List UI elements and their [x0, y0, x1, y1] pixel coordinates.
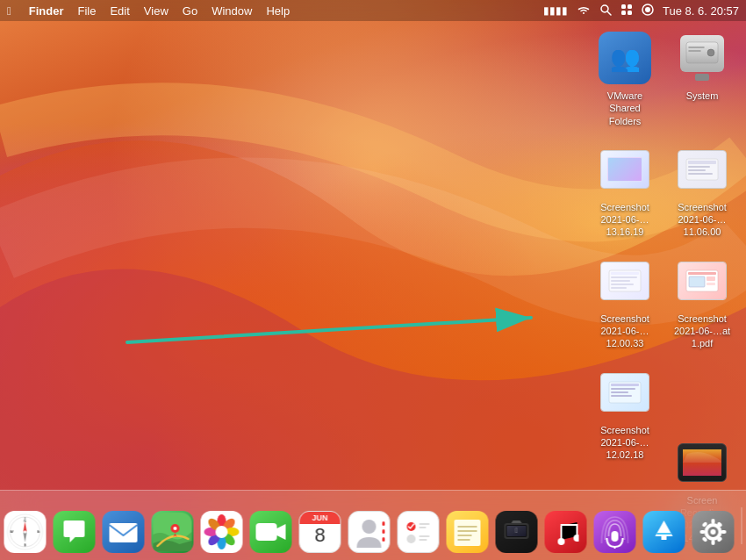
screenshot-4-pdf-icon[interactable]: Screenshot2021-06-…at 1.pdf — [667, 249, 737, 354]
screenshot-1-graphic — [600, 150, 649, 189]
dock-music[interactable] — [543, 509, 589, 555]
dock-calendar[interactable]: JUN 8 — [298, 509, 343, 555]
desktop-icons-row-2: Screenshot2021-06-…13.16.19 — [590, 138, 737, 242]
svg-rect-3 — [628, 4, 632, 9]
appstore-icon — [643, 511, 685, 553]
svg-rect-84 — [383, 529, 385, 534]
dock-mail[interactable] — [101, 509, 147, 555]
svg-rect-107 — [612, 531, 619, 542]
screenshot-3-preview — [601, 262, 649, 299]
screenshot-2-graphic — [678, 150, 727, 189]
dock-safari[interactable]: N S E W — [3, 509, 48, 555]
photos-icon — [201, 511, 243, 553]
dock-appstore[interactable] — [642, 509, 687, 555]
svg-line-1 — [608, 11, 612, 15]
svg-rect-26 — [707, 276, 715, 281]
calendar-day: 8 — [314, 526, 325, 545]
svg-rect-83 — [383, 521, 385, 526]
screenshot-4-graphic — [678, 262, 727, 300]
svg-rect-20 — [611, 280, 630, 282]
menubar-edit[interactable]: Edit — [110, 4, 129, 18]
vmware-icon-graphic — [599, 32, 651, 84]
dock-sysprefs[interactable] — [691, 509, 736, 555]
hd-icon-graphic — [676, 32, 728, 84]
screenshot-4-label: Screenshot2021-06-…at 1.pdf — [671, 312, 734, 350]
svg-rect-21 — [611, 284, 634, 285]
reminders-icon — [398, 511, 440, 553]
svg-rect-22 — [611, 287, 627, 289]
screenshot-4-preview — [678, 262, 726, 299]
maps-icon — [152, 511, 194, 553]
svg-rect-25 — [689, 276, 705, 287]
menubar:  Finder File Edit View Go Window Help ▮… — [0, 0, 746, 21]
menubar-right: ▮▮▮▮ Tue 8. 6. 20:57 — [543, 4, 739, 18]
system-hd-icon[interactable]: System — [667, 26, 737, 131]
svg-rect-14 — [688, 166, 710, 168]
screenshot-3-icon[interactable]: Screenshot2021-06-…12.00.33 — [590, 249, 660, 354]
screenshot-2-icon[interactable]: Screenshot2021-06-…11.06.00 — [667, 138, 737, 242]
screenshot-2-label: Screenshot2021-06-…11.06.00 — [671, 201, 734, 239]
svg-rect-102 — [561, 524, 577, 526]
svg-rect-29 — [611, 384, 639, 386]
dock-photos[interactable] — [199, 509, 245, 555]
screenshot-5-graphic — [600, 373, 649, 412]
recording-screen-display — [683, 449, 721, 476]
menubar-window[interactable]: Window — [212, 4, 252, 18]
calendar-icon: JUN 8 — [299, 511, 341, 553]
menubar-clock: Tue 8. 6. 20:57 — [663, 4, 739, 18]
svg-text:S: S — [24, 542, 26, 547]
desktop-icons-row-1: VMware Shared Folders — [590, 26, 737, 131]
messages-icon — [54, 511, 96, 553]
svg-rect-114 — [700, 530, 706, 534]
svg-rect-80 — [256, 523, 277, 541]
dock-notes[interactable] — [445, 509, 491, 555]
svg-rect-13 — [688, 161, 716, 164]
dock-podcasts[interactable] — [592, 509, 638, 555]
menubar-go[interactable]: Go — [183, 4, 197, 18]
mail-icon — [103, 511, 145, 553]
dock-reminders[interactable] — [396, 509, 441, 555]
svg-rect-16 — [688, 173, 713, 175]
hd-icon-image — [674, 30, 730, 86]
svg-rect-18 — [611, 272, 639, 275]
svg-rect-109 — [657, 533, 671, 535]
dock-messages[interactable] — [52, 509, 97, 555]
spotlight-icon[interactable] — [599, 4, 612, 18]
svg-rect-5 — [628, 11, 632, 15]
screenshot-3-graphic — [600, 262, 649, 300]
menubar-finder[interactable]: Finder — [29, 4, 64, 18]
vmware-icon-image — [597, 30, 653, 86]
svg-rect-4 — [621, 11, 626, 15]
apple-menu[interactable]:  — [7, 4, 11, 18]
calendar-month: JUN — [300, 512, 341, 524]
svg-rect-24 — [688, 272, 716, 275]
menubar-help[interactable]: Help — [266, 4, 290, 18]
screenshot-3-image — [597, 253, 653, 309]
wifi-icon[interactable] — [577, 4, 591, 18]
dock-facetime[interactable] — [248, 509, 294, 555]
svg-rect-19 — [611, 276, 637, 278]
svg-point-7 — [645, 7, 650, 12]
screenshot-mini-window — [607, 157, 642, 182]
dock-contacts[interactable] — [347, 509, 392, 555]
svg-rect-89 — [420, 527, 427, 528]
appletv-icon:  — [496, 511, 538, 553]
screenshot-5-image — [597, 364, 653, 420]
control-center-icon[interactable] — [620, 4, 633, 18]
desktop-icons-container: VMware Shared Folders — [590, 26, 737, 548]
music-icon — [545, 511, 587, 553]
svg-rect-31 — [611, 391, 628, 393]
svg-point-111 — [711, 529, 716, 535]
svg-rect-90 — [407, 535, 416, 543]
screenshot-1-icon[interactable]: Screenshot2021-06-…13.16.19 — [590, 138, 660, 242]
menubar-file[interactable]: File — [77, 4, 96, 18]
menubar-view[interactable]: View — [144, 4, 169, 18]
siri-icon[interactable] — [642, 4, 654, 18]
dock-appletv[interactable]:  — [494, 509, 540, 555]
dock-maps[interactable] — [150, 509, 196, 555]
screenshot-3-label: Screenshot2021-06-…12.00.33 — [593, 312, 656, 350]
desktop-icons-row-3: Screenshot2021-06-…12.00.33 — [590, 249, 737, 354]
vmware-shared-folders-icon[interactable]: VMware Shared Folders — [590, 26, 660, 131]
screenshot-1-image — [597, 141, 653, 197]
svg-point-70 — [174, 527, 177, 530]
